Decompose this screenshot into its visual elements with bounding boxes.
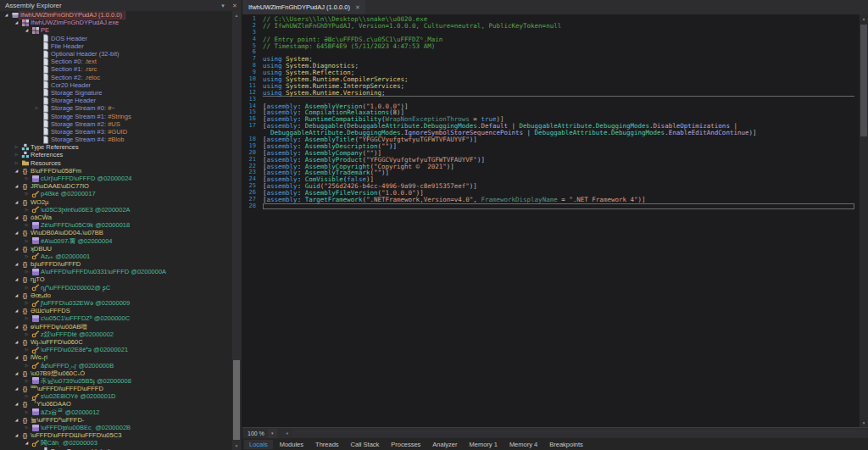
- bottom-tab-locals[interactable]: Locals: [244, 440, 273, 449]
- tree-node[interactable]: ▷\u05C3ʈxɨnt\u06E3 @0200002A: [0, 206, 232, 214]
- expand-icon[interactable]: ▷: [23, 331, 31, 338]
- zoom-level-select[interactable]: 100 %: [242, 431, 268, 436]
- expand-icon[interactable]: ▷: [23, 377, 31, 385]
- bottom-tab-processes[interactable]: Processes: [386, 440, 426, 449]
- tree-node[interactable]: ▷\uFFFD\u02E8ė˟ә @02000021: [0, 346, 232, 353]
- scroll-up-icon[interactable]: ▲: [860, 14, 868, 23]
- scroll-up-icon[interactable]: ▲: [232, 11, 241, 19]
- collapse-icon[interactable]: ◢: [13, 275, 20, 283]
- tree-node[interactable]: ◢IfwhUWZlmFnGhDYPudAJ (1.0.0.0): [0, 11, 232, 19]
- scrollbar-thumb[interactable]: [233, 360, 240, 440]
- bottom-tab-memory-4[interactable]: Memory 4: [504, 440, 542, 449]
- expand-icon[interactable]: ▷: [13, 151, 20, 158]
- tree-node[interactable]: ◢PE: [0, 26, 232, 34]
- collapse-icon[interactable]: ◢: [23, 439, 31, 447]
- expand-icon[interactable]: ▷: [23, 362, 31, 369]
- expand-icon[interactable]: ▷: [23, 408, 31, 416]
- expand-icon[interactable]: ▷: [23, 175, 31, 182]
- collapse-icon[interactable]: ◢: [13, 292, 20, 299]
- code-line[interactable]: 27[assembly: TargetFramework(".NETFramew…: [242, 197, 860, 203]
- tree-node[interactable]: Section #0: .text: [0, 58, 232, 65]
- collapse-icon[interactable]: ◢: [13, 416, 20, 424]
- tree-node[interactable]: ▷ɳɟ˟\uFFFD0200002@ ʂC: [0, 284, 232, 292]
- tree-node[interactable]: Storage Header: [0, 97, 232, 104]
- collapse-icon[interactable]: ◢: [13, 229, 20, 236]
- tree-node[interactable]: ▷āZ϶㒶ᄅ @02000012: [0, 408, 232, 416]
- expand-icon[interactable]: ▷: [13, 159, 20, 167]
- expand-icon[interactable]: ▷: [23, 284, 31, 292]
- collapse-icon[interactable]: ◢: [13, 307, 20, 314]
- code-line[interactable]: 2// IfwhUWZlmFnGhDYPudAJ, Version=1.0.0.…: [242, 23, 860, 30]
- tree-node[interactable]: ▷s\u02E8lOYė @0200001D: [0, 392, 232, 400]
- bottom-tab-memory-1[interactable]: Memory 1: [465, 440, 503, 449]
- bottom-tab-breakpoints[interactable]: Breakpoints: [544, 440, 588, 449]
- collapse-icon[interactable]: ◢: [13, 353, 20, 361]
- bottom-tab-modules[interactable]: Modules: [275, 440, 309, 449]
- tree-node[interactable]: ▷References: [0, 151, 232, 158]
- tree-node[interactable]: ▷p4ẞkė @02000017: [0, 190, 232, 197]
- tree-node[interactable]: ▷\uFFFDƫɞ\u00BEc͵ @0200002B: [0, 424, 232, 431]
- tree-scrollbar[interactable]: ▲ ▼: [232, 11, 241, 450]
- expand-icon[interactable]: ▷: [23, 346, 31, 353]
- expand-icon[interactable]: ▷: [23, 299, 31, 307]
- expand-icon[interactable]: ▷: [23, 424, 31, 431]
- tree-node[interactable]: ▷A\uFFFD\uFFFD\u0331\uFFFD @0200000A: [0, 268, 232, 275]
- tree-node[interactable]: ◢閪Cāh͵ @02000003: [0, 439, 232, 447]
- expand-icon[interactable]: ▷: [23, 314, 31, 322]
- code-line[interactable]: 6: [242, 49, 860, 56]
- expand-icon[interactable]: ▷: [13, 143, 20, 151]
- editor-vertical-scrollbar[interactable]: ▲ ▼: [860, 14, 868, 427]
- expand-icon[interactable]: ▷: [23, 253, 31, 260]
- tab-close-icon[interactable]: ✕: [355, 4, 360, 11]
- collapse-icon[interactable]: ◢: [13, 323, 20, 331]
- expand-icon[interactable]: ▷: [33, 104, 41, 112]
- document-tab[interactable]: IfwhUWZlmFnGhDYPudAJ (1.0.0.0) ✕: [242, 0, 365, 14]
- tree-node[interactable]: ▷#A\u0097ᵣ䨝 @02000004: [0, 236, 232, 244]
- expand-icon[interactable]: ▷: [23, 190, 31, 197]
- scrollbar-thumb[interactable]: [860, 25, 867, 136]
- tree-node[interactable]: ▷Azₚₖ @02000001: [0, 253, 232, 260]
- collapse-icon[interactable]: ◢: [3, 11, 10, 19]
- collapse-icon[interactable]: ◢: [13, 182, 20, 190]
- collapse-icon[interactable]: ◢: [13, 167, 20, 175]
- bottom-tab-call-stack[interactable]: Call Stack: [346, 440, 385, 449]
- collapse-icon[interactable]: ◢: [13, 385, 20, 392]
- collapse-icon[interactable]: ◢: [13, 338, 20, 346]
- tree-node[interactable]: Storage Stream #3: #GUID: [0, 128, 232, 136]
- tree-node[interactable]: ▷Base Type and Interfaces: [0, 447, 232, 450]
- tree-node[interactable]: ▷ʃ\uFFFD\u032EWǝ @02000009: [0, 299, 232, 307]
- collapse-icon[interactable]: ◢: [13, 198, 20, 206]
- window-position-icon[interactable]: ▾: [217, 0, 229, 11]
- tree-node[interactable]: ▷Type References: [0, 143, 232, 151]
- expand-icon[interactable]: ▷: [33, 447, 41, 450]
- tree-node[interactable]: Storage Stream #1: #Strings: [0, 112, 232, 119]
- tree-node[interactable]: ▷Zė\uFFFD\u05C9k @02000018: [0, 221, 232, 229]
- expand-icon[interactable]: ▷: [23, 268, 31, 275]
- tree-node[interactable]: Storage Stream #2: #US: [0, 120, 232, 128]
- tree-node[interactable]: ▷ắȼ\uFFFD˼ᵢₛɼ @0200000B: [0, 361, 232, 369]
- tree-node[interactable]: Cor20 Header: [0, 81, 232, 89]
- expand-icon[interactable]: ▷: [23, 237, 31, 245]
- collapse-icon[interactable]: ◢: [13, 369, 20, 377]
- collapse-icon[interactable]: ◢: [13, 431, 20, 439]
- collapse-icon[interactable]: ◢: [13, 400, 20, 408]
- horizontal-scroll-track[interactable]: [292, 430, 866, 437]
- code-line[interactable]: 12using System.Runtime.Versioning;: [242, 90, 860, 97]
- collapse-icon[interactable]: ◢: [13, 214, 20, 221]
- scroll-down-icon[interactable]: ▼: [860, 419, 868, 427]
- tree-node[interactable]: Storage Stream #4: #Blob: [0, 136, 232, 143]
- scroll-left-icon[interactable]: ◄: [282, 431, 292, 436]
- tree-node[interactable]: ▷乑닖\u0739\u05B5ɟ @02000008: [0, 377, 232, 385]
- tree-node[interactable]: ▷z㸚\uFFFDṫė @02000002: [0, 331, 232, 338]
- expand-icon[interactable]: ▷: [23, 221, 31, 229]
- zoom-dropdown-icon[interactable]: ▾: [268, 429, 277, 438]
- collapse-icon[interactable]: ◢: [23, 26, 31, 34]
- collapse-icon[interactable]: ◢: [13, 19, 20, 26]
- collapse-icon[interactable]: ◢: [13, 260, 20, 268]
- tree-node[interactable]: DOS Header: [0, 35, 232, 42]
- bottom-tab-analyzer[interactable]: Analyzer: [427, 440, 462, 449]
- tree-node[interactable]: Storage Signature: [0, 89, 232, 97]
- code-view[interactable]: 1// C:\\Users\\ln\\Desktop\\snake\\u0020…: [242, 14, 860, 427]
- tree-node[interactable]: File Header: [0, 42, 232, 50]
- bottom-tab-threads[interactable]: Threads: [310, 440, 344, 449]
